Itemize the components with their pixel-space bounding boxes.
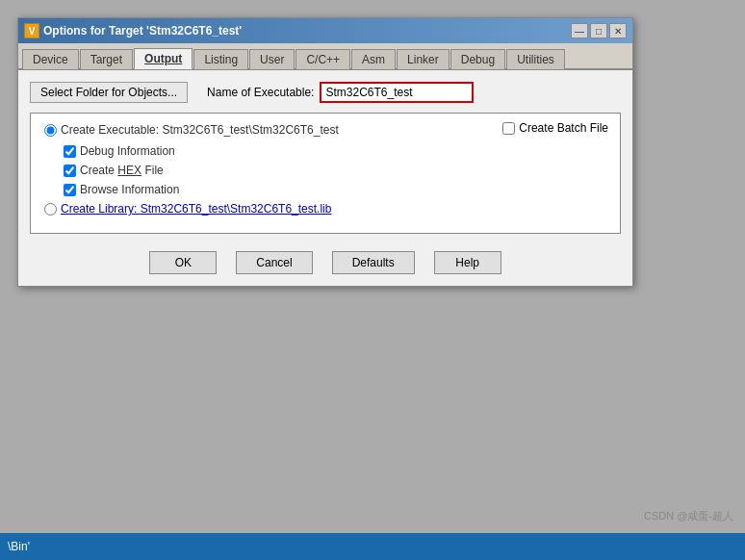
- title-bar-controls: — □ ✕: [571, 23, 627, 38]
- title-bar: V Options for Target 'Stm32C6T6_test' — …: [18, 18, 632, 43]
- close-button[interactable]: ✕: [609, 23, 627, 38]
- tab-utilities[interactable]: Utilities: [506, 49, 565, 69]
- create-batch-area: Create Batch File: [502, 121, 608, 135]
- name-exe-group: Name of Executable:: [207, 82, 621, 103]
- create-batch-label: Create Batch File: [519, 121, 608, 135]
- create-hex-label: Create HEX File: [80, 164, 164, 177]
- tab-bar: Device Target Output Listing User C/C++ …: [18, 43, 632, 70]
- tab-asm[interactable]: Asm: [351, 49, 396, 69]
- minimize-button[interactable]: —: [571, 23, 588, 38]
- tab-target[interactable]: Target: [80, 49, 133, 69]
- dialog-title: Options for Target 'Stm32C6T6_test': [43, 24, 242, 38]
- tab-listing[interactable]: Listing: [193, 49, 248, 69]
- create-exe-radio[interactable]: [44, 124, 57, 137]
- browse-info-label: Browse Information: [80, 183, 179, 196]
- maximize-button[interactable]: □: [590, 23, 607, 38]
- create-hex-row: Create HEX File: [64, 164, 606, 177]
- debug-info-row: Debug Information: [64, 144, 606, 158]
- create-hex-checkbox[interactable]: [64, 165, 76, 177]
- app-icon: V: [24, 23, 39, 38]
- status-bar: \Bin': [0, 533, 745, 560]
- bottom-bar: OK Cancel Defaults Help: [18, 242, 632, 286]
- tab-device[interactable]: Device: [22, 49, 79, 69]
- defaults-button[interactable]: Defaults: [332, 251, 415, 274]
- tab-debug[interactable]: Debug: [450, 49, 505, 69]
- tab-linker[interactable]: Linker: [397, 49, 450, 69]
- content-box: Create Batch File Create Executable: Stm…: [30, 113, 621, 234]
- help-button[interactable]: Help: [434, 251, 501, 274]
- title-bar-left: V Options for Target 'Stm32C6T6_test': [24, 23, 242, 38]
- create-lib-label: Create Library: Stm32C6T6_test\Stm32C6T6…: [61, 202, 331, 216]
- browse-info-row: Browse Information: [64, 183, 606, 196]
- dialog-body: Select Folder for Objects... Name of Exe…: [18, 70, 632, 242]
- create-exe-label: Create Executable: Stm32C6T6_test\Stm32C…: [61, 123, 339, 137]
- name-exe-label: Name of Executable:: [207, 86, 314, 99]
- debug-info-checkbox[interactable]: [64, 145, 76, 158]
- exe-name-input[interactable]: [320, 82, 474, 103]
- status-text: \Bin': [8, 540, 30, 553]
- top-row: Select Folder for Objects... Name of Exe…: [30, 82, 621, 103]
- create-lib-radio[interactable]: [44, 203, 57, 216]
- cancel-button[interactable]: Cancel: [236, 251, 312, 274]
- ok-button[interactable]: OK: [149, 251, 217, 274]
- select-folder-button[interactable]: Select Folder for Objects...: [30, 82, 188, 103]
- browse-info-checkbox[interactable]: [64, 184, 76, 196]
- create-lib-row: Create Library: Stm32C6T6_test\Stm32C6T6…: [44, 202, 606, 216]
- tab-output[interactable]: Output: [134, 48, 193, 69]
- desktop: V Options for Target 'Stm32C6T6_test' — …: [0, 0, 745, 560]
- debug-info-label: Debug Information: [80, 144, 175, 158]
- watermark: CSDN @咸蛋-超人: [644, 509, 733, 523]
- tab-user[interactable]: User: [249, 49, 295, 69]
- tab-cpp[interactable]: C/C++: [295, 49, 350, 69]
- create-batch-checkbox[interactable]: [502, 122, 515, 135]
- options-dialog: V Options for Target 'Stm32C6T6_test' — …: [17, 17, 633, 287]
